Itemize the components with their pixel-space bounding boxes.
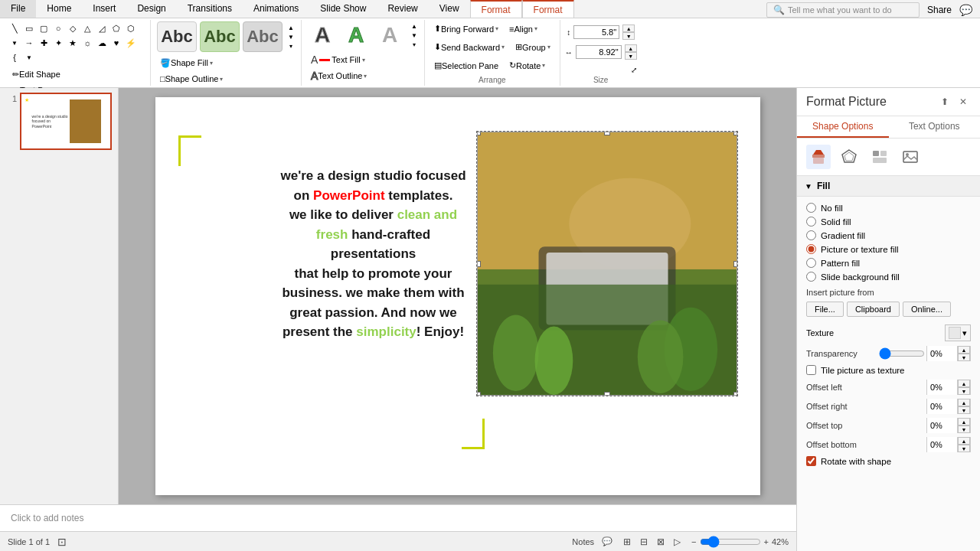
gradient-fill-option[interactable]: Gradient fill bbox=[806, 230, 971, 240]
tab-review[interactable]: Review bbox=[377, 0, 428, 18]
tab-view[interactable]: View bbox=[429, 0, 470, 18]
shape-triangle-icon[interactable]: △ bbox=[80, 21, 94, 35]
tab-format-2[interactable]: Format bbox=[522, 0, 574, 18]
shape-more2-icon[interactable]: ▼ bbox=[22, 51, 36, 64]
zoom-in-btn[interactable]: + bbox=[764, 537, 769, 546]
file-button[interactable]: File... bbox=[806, 302, 844, 317]
text-outline-button[interactable]: A Text Outline ▾ bbox=[306, 68, 420, 83]
shape-diamond-icon[interactable]: ◇ bbox=[66, 21, 80, 35]
handle-tr[interactable] bbox=[733, 132, 737, 135]
slide-image[interactable]: ↺ bbox=[477, 132, 737, 396]
tab-shape-options[interactable]: Shape Options bbox=[797, 116, 889, 138]
shape-more-icon[interactable]: ▼ bbox=[8, 36, 21, 50]
normal-view-btn[interactable]: ⊞ bbox=[620, 535, 634, 549]
shape-fill-button[interactable]: 🪣 Shape Fill ▾ bbox=[155, 55, 296, 70]
zoom-slider[interactable] bbox=[700, 536, 761, 548]
shape-style-2[interactable]: Abc bbox=[200, 21, 240, 52]
scroll-down-arrow[interactable]: ▼ bbox=[286, 32, 296, 41]
shape-sun-icon[interactable]: ☼ bbox=[80, 36, 94, 50]
slide-sorter-btn[interactable]: ⊟ bbox=[637, 535, 651, 549]
tile-checkbox[interactable] bbox=[806, 365, 816, 375]
offset-top-down[interactable]: ▼ bbox=[958, 425, 970, 433]
edit-shape-button[interactable]: ✏ Edit Shape bbox=[8, 67, 65, 82]
comments-view-icon[interactable]: 💬 bbox=[602, 536, 612, 546]
wordart-scroll-up[interactable]: ▲ bbox=[409, 21, 420, 31]
send-backward-button[interactable]: ⬇ Send Backward ▾ bbox=[430, 40, 509, 55]
no-fill-radio[interactable] bbox=[806, 203, 816, 213]
zoom-out-btn[interactable]: − bbox=[691, 537, 696, 546]
slide-canvas[interactable]: we're a design studio focused on PowerPo… bbox=[155, 97, 760, 495]
tab-insert[interactable]: Insert bbox=[82, 0, 126, 18]
offset-bottom-input[interactable] bbox=[927, 437, 958, 452]
tab-home[interactable]: Home bbox=[36, 0, 82, 18]
transparency-input[interactable] bbox=[927, 346, 958, 361]
shape-cross-icon[interactable]: ✚ bbox=[37, 36, 51, 50]
wordart-style-1[interactable]: A bbox=[306, 20, 338, 51]
text-fill-button[interactable]: A Text Fill ▾ bbox=[306, 52, 420, 67]
wordart-scroll[interactable]: ▲ ▼ ▾ bbox=[409, 21, 420, 49]
offset-right-up[interactable]: ▲ bbox=[958, 399, 970, 406]
selection-pane-button[interactable]: ▤ Selection Pane bbox=[430, 58, 503, 73]
tab-file[interactable]: File bbox=[0, 0, 36, 18]
offset-top-up[interactable]: ▲ bbox=[958, 418, 970, 425]
wordart-scroll-down[interactable]: ▼ bbox=[409, 31, 420, 40]
shape-style-1[interactable]: Abc bbox=[157, 21, 197, 52]
shape-arrow-icon[interactable]: → bbox=[22, 36, 36, 50]
size-expand-icon[interactable]: ⤢ bbox=[631, 66, 637, 74]
handle-bc[interactable] bbox=[604, 392, 610, 396]
shape-rtriangle-icon[interactable]: ◿ bbox=[95, 21, 109, 35]
width-down-btn[interactable]: ▼ bbox=[625, 52, 637, 60]
pattern-fill-radio[interactable] bbox=[806, 258, 816, 268]
slide-thumb[interactable]: ★ we're a design studio focused on Power… bbox=[20, 93, 112, 150]
tab-slideshow[interactable]: Slide Show bbox=[309, 0, 377, 18]
shape-heart-icon[interactable]: ♥ bbox=[109, 36, 123, 50]
shape-rounded-rect-icon[interactable]: ▢ bbox=[37, 21, 51, 35]
group-button[interactable]: ⊞ Group ▾ bbox=[511, 40, 555, 55]
shape-circle-icon[interactable]: ○ bbox=[51, 21, 65, 35]
shape-rect-icon[interactable]: ▭ bbox=[22, 21, 36, 35]
transp-up[interactable]: ▲ bbox=[958, 346, 970, 354]
tab-transitions[interactable]: Transitions bbox=[177, 0, 243, 18]
shape-style-scroll[interactable]: ▲ ▼ ▾ bbox=[286, 23, 296, 51]
offset-right-down[interactable]: ▼ bbox=[958, 406, 970, 414]
handle-ml[interactable] bbox=[477, 261, 481, 267]
wordart-style-3[interactable]: A bbox=[374, 20, 406, 51]
width-input[interactable] bbox=[576, 45, 622, 59]
solid-fill-option[interactable]: Solid fill bbox=[806, 217, 971, 227]
fill-section-header[interactable]: ▼ Fill bbox=[797, 176, 980, 197]
effects-tab-icon[interactable] bbox=[837, 145, 861, 169]
offset-bottom-down[interactable]: ▼ bbox=[958, 445, 970, 452]
rotate-checkbox[interactable] bbox=[806, 456, 816, 466]
height-up-btn[interactable]: ▲ bbox=[622, 24, 635, 32]
texture-dropdown[interactable]: ▾ bbox=[945, 324, 971, 341]
align-button[interactable]: ≡ Align ▾ bbox=[505, 21, 542, 37]
gradient-fill-radio[interactable] bbox=[806, 230, 816, 240]
handle-bl[interactable] bbox=[477, 392, 481, 396]
online-button[interactable]: Online... bbox=[903, 302, 951, 317]
tile-checkbox-row[interactable]: Tile picture as texture bbox=[806, 365, 971, 375]
shape-style-3[interactable]: Abc bbox=[243, 21, 283, 52]
pattern-fill-option[interactable]: Pattern fill bbox=[806, 258, 971, 268]
picture-tab-icon[interactable] bbox=[898, 145, 923, 169]
shape-hex-icon[interactable]: ⬡ bbox=[124, 21, 138, 35]
handle-mr[interactable] bbox=[733, 261, 737, 267]
slide-bg-radio[interactable] bbox=[806, 272, 816, 282]
rotate-button[interactable]: ↻ Rotate ▾ bbox=[505, 58, 550, 73]
transp-down[interactable]: ▼ bbox=[958, 354, 970, 361]
scroll-up-arrow[interactable]: ▲ bbox=[286, 23, 296, 32]
clipboard-button[interactable]: Clipboard bbox=[847, 302, 900, 317]
tab-design[interactable]: Design bbox=[126, 0, 176, 18]
offset-top-input[interactable] bbox=[927, 418, 958, 433]
picture-texture-radio[interactable] bbox=[806, 244, 816, 254]
shape-outline-button[interactable]: □ Shape Outline ▾ bbox=[155, 71, 296, 86]
shape-star5-icon[interactable]: ★ bbox=[66, 36, 80, 50]
tab-text-options[interactable]: Text Options bbox=[889, 116, 981, 138]
slide-bg-option[interactable]: Slide background fill bbox=[806, 272, 971, 282]
share-button[interactable]: Share bbox=[927, 5, 952, 15]
panel-close-btn[interactable]: ✕ bbox=[956, 94, 971, 109]
offset-left-input[interactable] bbox=[927, 380, 958, 395]
shape-line-icon[interactable]: ╲ bbox=[8, 21, 21, 35]
handle-br[interactable] bbox=[733, 392, 737, 396]
slide-canvas-wrapper[interactable]: we're a design studio focused on PowerPo… bbox=[119, 88, 796, 504]
solid-fill-radio[interactable] bbox=[806, 217, 816, 227]
